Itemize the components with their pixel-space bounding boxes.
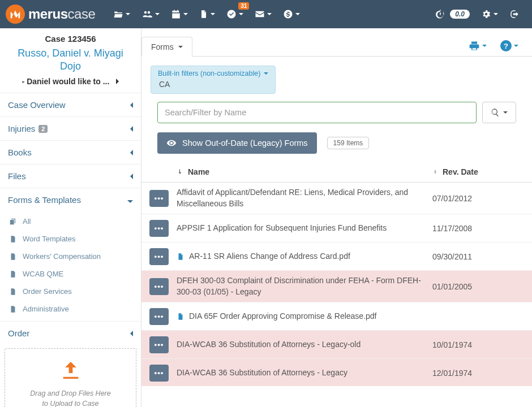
tab-forms[interactable]: Forms [141, 37, 192, 57]
calendar-icon [171, 9, 181, 19]
nav-folder-dropdown[interactable] [108, 0, 136, 28]
table-row: •••DIA-WCAB 36 Substitution of Attorneys… [141, 331, 532, 359]
nav-mail-dropdown[interactable] [249, 0, 277, 28]
logout-icon [509, 9, 520, 19]
file-icon [9, 305, 17, 313]
help-dropdown[interactable]: ? [496, 36, 523, 56]
row-rev-date: 12/01/1974 [432, 369, 523, 378]
table-row: •••DIA 65F Order Approving Compromise & … [141, 302, 532, 331]
nav-billing-dropdown[interactable] [277, 0, 306, 28]
table-body: •••Affidavit of Applicant/Defendant RE: … [141, 183, 532, 386]
row-name[interactable]: DFEH 300-03 Complaint of Discrimination … [177, 275, 432, 297]
tabs-row: Forms ? [141, 28, 532, 57]
caret-down-icon [482, 45, 487, 47]
nav-settings-dropdown[interactable] [475, 0, 504, 28]
caret-down-icon [264, 72, 268, 75]
caret-down-icon [267, 13, 272, 15]
nav-logout[interactable] [504, 0, 525, 28]
filter-chip-label: Built-in filters (non-customizable) [158, 70, 260, 77]
people-icon [141, 9, 153, 19]
column-label: Name [188, 167, 209, 176]
sidebar-item-order[interactable]: Order [0, 322, 141, 345]
app-logo[interactable]: meruscase [0, 0, 101, 28]
case-title-link[interactable]: Russo, Daniel v. Miyagi Dojo [8, 47, 133, 72]
top-nav-right: 0.0 [430, 0, 525, 28]
show-legacy-forms-button[interactable]: Show Out-of-Date (Legacy) Forms [157, 132, 317, 154]
sidebar-item-label: Books [8, 148, 32, 157]
caret-down-icon [239, 13, 243, 15]
table-row: •••Affidavit of Applicant/Defendant RE: … [141, 183, 532, 214]
main-panel: Forms ? Built-in filters (non-customizab… [141, 28, 532, 407]
subnav-wcab-qme[interactable]: WCAB QME [0, 265, 141, 283]
row-actions-button[interactable]: ••• [149, 220, 169, 237]
caret-down-icon [494, 13, 498, 15]
row-name[interactable]: DIA 65F Order Approving Compromise & Rel… [177, 311, 432, 322]
tasks-badge: 31 [238, 2, 249, 10]
row-name[interactable]: DIA-WCAB 36 Substitution of Attorneys - … [177, 367, 432, 379]
nav-document-dropdown[interactable] [194, 0, 221, 28]
sidebar-item-label: Forms & Templates [8, 195, 81, 205]
table-row: •••APPSIF 1 Application for Subsequent I… [141, 214, 532, 243]
search-input[interactable] [157, 102, 477, 123]
row-name[interactable]: AR-11 SR Aliens Change of Address Card.p… [177, 251, 432, 262]
forms-subnav: All Word Templates Workers' Compensation… [0, 211, 141, 321]
caret-down-icon [211, 13, 215, 15]
column-header-name[interactable]: Name [177, 167, 432, 176]
copy-icon [9, 218, 17, 226]
sidebar-item-injuries[interactable]: Injuries 2 [0, 117, 141, 140]
caret-down-icon [178, 46, 183, 48]
dollar-circle-icon [283, 9, 293, 19]
sidebar-item-files[interactable]: Files [0, 164, 141, 188]
subnav-workers-comp[interactable]: Workers' Compensation [0, 248, 141, 265]
nav-timer[interactable]: 0.0 [430, 0, 475, 28]
file-dropzone[interactable]: Drag and Drop Files Here to Upload to Ca… [5, 348, 136, 407]
row-actions-button[interactable]: ••• [149, 365, 169, 382]
column-header-rev-date[interactable]: Rev. Date [432, 167, 523, 176]
subnav-label: WCAB QME [23, 270, 63, 278]
subnav-administrative[interactable]: Administrative [0, 300, 141, 318]
chevron-down-icon [127, 195, 133, 205]
nav-calendar-dropdown[interactable] [165, 0, 194, 28]
sidebar-item-label: Injuries [8, 124, 35, 133]
top-nav-left: 31 [108, 0, 306, 28]
row-name[interactable]: APPSIF 1 Application for Subsequent Inju… [177, 223, 432, 234]
sidebar-item-books[interactable]: Books [0, 141, 141, 164]
search-options-button[interactable] [482, 102, 516, 123]
table-row: •••DIA-WCAB 36 Substitution of Attorneys… [141, 359, 532, 386]
help-icon: ? [500, 40, 512, 51]
subnav-label: Workers' Compensation [23, 252, 101, 261]
row-rev-date: 09/30/2011 [432, 252, 523, 261]
caret-down-icon [126, 13, 130, 15]
row-name[interactable]: DIA-WCAB 36 Substitution of Attorneys - … [177, 339, 432, 350]
row-rev-date: 11/17/2008 [432, 224, 523, 233]
print-dropdown[interactable] [464, 36, 491, 56]
row-name[interactable]: Affidavit of Applicant/Defendant RE: Lie… [177, 187, 432, 209]
row-actions-button[interactable]: ••• [149, 190, 169, 207]
nav-people-dropdown[interactable] [136, 0, 165, 28]
sidebar-item-case-overview[interactable]: Case Overview [0, 93, 141, 116]
sort-asc-icon [177, 168, 183, 176]
chevron-left-icon [130, 100, 133, 110]
subnav-order-services[interactable]: Order Services [0, 283, 141, 300]
builtin-filter-chip[interactable]: Built-in filters (non-customizable) CA [151, 66, 276, 94]
row-rev-date: 10/01/1974 [432, 340, 523, 349]
subnav-all[interactable]: All [0, 213, 141, 230]
nav-tasks-dropdown[interactable]: 31 [221, 0, 249, 28]
button-label: Show Out-of-Date (Legacy) Forms [182, 138, 308, 148]
row-actions-button[interactable]: ••• [149, 308, 169, 325]
row-actions-button[interactable]: ••• [149, 336, 169, 353]
subnav-label: Word Templates [23, 235, 75, 243]
subnav-word-templates[interactable]: Word Templates [0, 230, 141, 248]
chevron-left-icon [130, 148, 133, 157]
pdf-file-icon [177, 312, 185, 321]
chevron-left-icon [130, 124, 133, 133]
row-rev-date: 07/01/2012 [432, 194, 523, 203]
row-actions-button[interactable]: ••• [149, 278, 169, 295]
subnav-label: Administrative [23, 305, 69, 313]
filter-chip-value: CA [158, 80, 268, 89]
case-note-toggle[interactable]: - Daniel would like to ... [8, 77, 133, 86]
row-rev-date: 01/01/2005 [432, 282, 523, 291]
row-actions-button[interactable]: ••• [149, 248, 169, 265]
sidebar-item-forms-templates[interactable]: Forms & Templates [0, 188, 141, 211]
timer-value: 0.0 [450, 10, 470, 19]
